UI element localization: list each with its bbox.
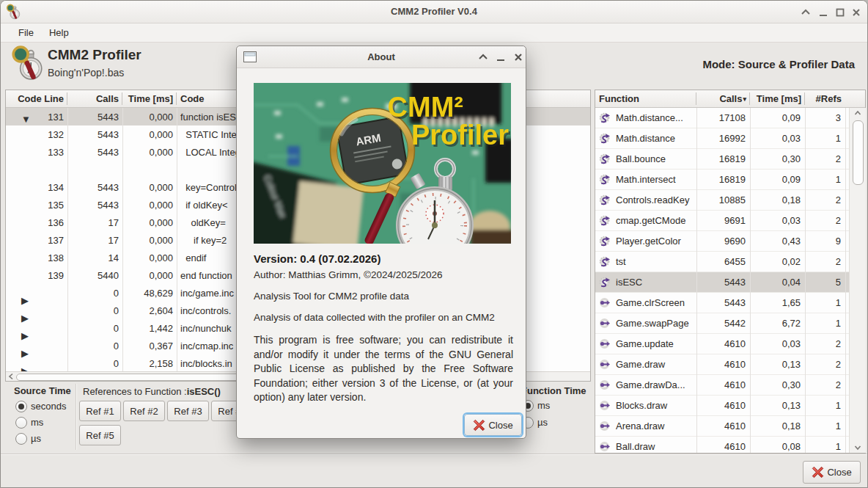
function-name-cell: Blocks.draw <box>616 400 667 411</box>
close-icon[interactable] <box>850 7 862 18</box>
ref-button-2[interactable]: Ref #2 <box>123 401 165 421</box>
refs-cell: 2 <box>805 256 845 267</box>
column-header-time-ms-[interactable]: Time [ms] <box>750 90 805 107</box>
dialog-close-button[interactable]: Close <box>464 414 522 436</box>
function-table-row[interactable]: Arena.draw46100,181 <box>595 416 865 437</box>
column-header-function[interactable]: Function <box>595 90 696 107</box>
function-table-row[interactable]: Game.draw46100,132 <box>595 354 865 375</box>
calls-cell: 5443 <box>696 297 750 308</box>
image-title: CMM² <box>388 92 463 123</box>
expander-closed-icon[interactable]: ▶ <box>21 310 29 327</box>
function-table-row[interactable]: cmap.getCMode96910,032 <box>595 211 865 231</box>
expander-open-icon[interactable]: ▼ <box>21 112 31 128</box>
dialog-shade-icon[interactable] <box>477 52 489 62</box>
menu-help[interactable]: Help <box>48 26 70 40</box>
license-text: This program is free software; you can r… <box>254 333 513 405</box>
function-table-vscrollbar[interactable] <box>849 108 866 453</box>
refs-cell: 9 <box>805 236 845 247</box>
radio-s[interactable] <box>15 433 27 445</box>
radio-label-s: µs <box>537 417 548 428</box>
expander-closed-icon[interactable]: ▶ <box>21 328 29 344</box>
column-header-calls[interactable]: Calls▾ <box>696 90 750 107</box>
refs-cell: 2 <box>805 215 845 226</box>
function-name-cell: isESC <box>616 277 642 288</box>
time-cell: 0,30 <box>750 153 805 164</box>
time-cell: 0,000 <box>122 129 177 140</box>
version-text: Version: 0.4 (07.02.2026) <box>254 252 380 265</box>
time-cell: 0,000 <box>122 217 177 228</box>
function-table-row[interactable]: Math.distance...171080,093 <box>595 108 865 128</box>
ref-button-1[interactable]: Ref #1 <box>79 401 121 421</box>
column-header-code-line[interactable]: Code Line <box>6 90 67 107</box>
function-table-body: Math.distance...171080,093Math.distance1… <box>595 108 865 453</box>
calls-cell: 9691 <box>696 215 750 226</box>
function-icon <box>599 112 611 123</box>
time-cell: 2,604 <box>122 305 177 316</box>
dialog-titlebar: About <box>237 46 526 68</box>
menu-file[interactable]: File <box>18 26 34 40</box>
vscroll-thumb[interactable] <box>853 120 864 185</box>
sub-icon <box>599 379 611 390</box>
time-cell: 1,442 <box>122 323 177 334</box>
function-time-label: Function Time <box>521 385 586 396</box>
function-name-cell: Game.clrScreen <box>616 297 685 308</box>
function-name-cell: Ball.draw <box>616 441 655 452</box>
function-table-row[interactable]: Game.swapPage54426,721 <box>595 313 865 334</box>
time-cell: 0,08 <box>750 441 805 452</box>
dialog-close-icon[interactable] <box>512 52 524 62</box>
calls-cell: 5443 <box>67 129 122 140</box>
function-name-cell: Player.getColor <box>616 236 681 247</box>
scroll-left-icon[interactable] <box>8 373 14 380</box>
calls-cell: 5443 <box>696 277 750 288</box>
shade-icon[interactable] <box>800 7 812 18</box>
expander-closed-icon[interactable]: ▶ <box>21 293 29 309</box>
titlebar: CMM2 Profiler V0.4 <box>1 1 867 23</box>
calls-cell: 0 <box>67 288 122 299</box>
minimize-icon[interactable] <box>817 7 829 18</box>
column-header-time-ms-[interactable]: Time [ms] <box>122 90 177 107</box>
sub-icon <box>599 359 611 370</box>
mode-label: Mode: Source & Profiler Data <box>702 58 855 70</box>
function-table-row[interactable]: Player.getColor96900,439 <box>595 231 865 252</box>
function-name-cell: Math.distance... <box>616 112 683 123</box>
code-line-cell: 139 <box>48 270 64 281</box>
statusbar-separator <box>1 454 867 454</box>
scroll-up-icon[interactable] <box>854 110 861 116</box>
expander-closed-icon[interactable]: ▶ <box>21 363 29 371</box>
sub-icon <box>599 441 611 452</box>
calls-cell: 5440 <box>67 270 122 281</box>
function-table-row[interactable]: tst64550,022 <box>595 252 865 272</box>
column-header-calls[interactable]: Calls <box>67 90 122 107</box>
function-table-row[interactable]: Game.clrScreen54431,651 <box>595 293 865 313</box>
ref-button-5[interactable]: Ref #5 <box>79 425 121 445</box>
function-table-row[interactable]: Ball.bounce168190,302 <box>595 149 865 170</box>
time-cell: 0,000 <box>122 182 177 193</box>
radio-seconds[interactable] <box>15 401 27 412</box>
function-table-row[interactable]: Math.distance169920,031 <box>595 128 865 149</box>
refs-cell: 2 <box>805 379 845 390</box>
time-cell: 1,65 <box>750 297 805 308</box>
radio-ms[interactable] <box>15 417 27 429</box>
function-table-row[interactable]: Game.update46100,032 <box>595 334 865 354</box>
column-header--refs[interactable]: #Refs <box>805 90 845 107</box>
dialog-minimize-icon[interactable] <box>495 52 507 62</box>
calls-cell: 5443 <box>67 200 122 211</box>
radio-label-ms: ms <box>31 417 43 428</box>
time-cell: 0,18 <box>750 420 805 431</box>
function-table-row[interactable]: Blocks.draw46100,131 <box>595 396 865 416</box>
scroll-down-icon[interactable] <box>854 445 861 451</box>
function-table-row[interactable]: Game.drawDa...46100,302 <box>595 375 865 396</box>
about-dialog: About <box>236 45 526 439</box>
function-table-row[interactable]: Math.intersect168190,091 <box>595 170 865 190</box>
expander-closed-icon[interactable]: ▶ <box>21 346 29 362</box>
function-name-cell: Game.update <box>616 338 674 349</box>
function-table-row[interactable]: Ball.draw46100,081 <box>595 437 865 453</box>
maximize-icon[interactable] <box>834 7 846 18</box>
function-table-row[interactable]: isESC54430,045 <box>595 272 865 293</box>
function-name-cell: Ball.bounce <box>616 153 666 164</box>
close-button[interactable]: Close <box>803 461 861 484</box>
ref-button-3[interactable]: Ref #3 <box>167 401 209 421</box>
function-table-row[interactable]: Controls.readKey108850,182 <box>595 190 865 211</box>
sub-icon <box>599 297 611 308</box>
sub-icon <box>599 420 611 431</box>
